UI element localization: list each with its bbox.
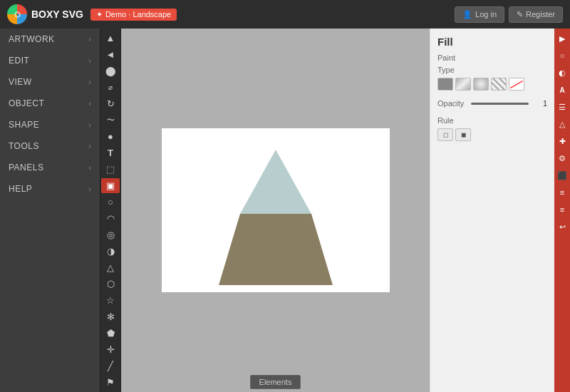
opacity-value: 1 — [533, 99, 547, 108]
demo-star: ✦ — [96, 10, 103, 19]
opacity-row: Opacity 1 — [437, 99, 547, 108]
app-title: BOXY SVG — [31, 9, 83, 20]
triangle-tool[interactable]: △ — [101, 260, 120, 275]
main-layout: Artwork › Edit › View › Object › Shape ›… — [0, 29, 570, 392]
app-logo: ⬡ — [7, 4, 27, 24]
register-button[interactable]: ✎Register — [509, 6, 563, 23]
chevron-icon: › — [88, 185, 91, 193]
paint-label: Paint — [437, 53, 547, 62]
direct-select-tool[interactable]: ◄ — [101, 47, 120, 62]
elements-button[interactable]: Elements — [250, 375, 301, 389]
sidebar-item-panels[interactable]: Panels › — [0, 157, 100, 178]
demo-badge: ✦ Demo · Landscape — [90, 9, 177, 21]
fr-plus-icon[interactable]: ✚ — [555, 133, 569, 149]
select-tool[interactable]: ▲ — [101, 31, 120, 46]
node-tool[interactable]: ⬤ — [101, 63, 120, 78]
type-solid[interactable] — [437, 78, 453, 91]
chevron-icon: › — [88, 36, 91, 43]
fr-undo-icon[interactable]: ↩ — [555, 219, 569, 234]
rule-label: Rule — [437, 116, 547, 125]
type-label: Type — [437, 66, 547, 74]
chevron-icon: › — [88, 143, 91, 150]
auth-buttons: 👤Log in ✎Register — [455, 6, 563, 23]
ellipse-tool[interactable]: ◠ — [101, 211, 120, 226]
mountain-top[interactable] — [240, 150, 311, 214]
text-tool[interactable]: T — [101, 145, 120, 160]
rotate-tool[interactable]: ↻ — [101, 96, 120, 111]
far-right-panel: ▶ ○ ◐ A ☰ △ ✚ ⚙ ⬛ ≡ ≡ ↩ — [554, 29, 570, 392]
sidebar-item-tools[interactable]: Tools › — [0, 135, 100, 157]
chevron-icon: › — [88, 100, 91, 108]
type-swatches — [437, 78, 547, 91]
fr-circle-icon[interactable]: ○ — [555, 48, 569, 63]
arrow-tool[interactable]: ⬟ — [101, 326, 120, 341]
right-panel: Fill Paint Type Opacity 1 Rule ◻ ◼ — [430, 29, 554, 392]
burst-tool[interactable]: ✻ — [101, 309, 120, 324]
fr-half-icon[interactable]: ◐ — [555, 65, 569, 81]
opacity-label: Opacity — [437, 99, 467, 108]
type-pattern[interactable] — [491, 78, 507, 91]
sidebar-item-object[interactable]: Object › — [0, 93, 100, 114]
cross-tool[interactable]: ✛ — [101, 342, 120, 357]
moon-tool[interactable]: ◑ — [101, 244, 120, 259]
fr-gear-icon[interactable]: ⚙ — [555, 150, 569, 166]
canvas-svg — [162, 128, 390, 292]
canvas[interactable] — [162, 128, 390, 292]
fr-chat-icon[interactable]: ☰ — [555, 99, 569, 115]
sidebar-item-view[interactable]: View › — [0, 71, 100, 93]
logo-area: ⬡ BOXY SVG — [7, 4, 83, 24]
type-radial[interactable] — [473, 78, 489, 91]
type-linear[interactable] — [455, 78, 471, 91]
mountain-body[interactable] — [219, 214, 333, 285]
blob-tool[interactable]: ● — [101, 129, 120, 144]
rule-nonzero[interactable]: ◻ — [437, 128, 453, 141]
fr-triangle-icon[interactable]: △ — [555, 116, 569, 132]
type-none[interactable] — [509, 78, 524, 91]
fr-pointer-icon[interactable]: ▶ — [555, 31, 569, 46]
login-button[interactable]: 👤Log in — [455, 6, 504, 23]
frame-tool[interactable]: ⬚ — [101, 162, 120, 177]
opacity-slider[interactable] — [471, 103, 529, 105]
sidebar-item-edit[interactable]: Edit › — [0, 50, 100, 71]
fr-text-icon[interactable]: A — [555, 82, 569, 98]
star-tool[interactable]: ☆ — [101, 293, 120, 308]
sidebar-item-artwork[interactable]: Artwork › — [0, 29, 100, 50]
top-bar: ⬡ BOXY SVG ✦ Demo · Landscape 👤Log in ✎R… — [0, 0, 570, 29]
rule-buttons: ◻ ◼ — [437, 128, 547, 141]
rule-evenodd[interactable]: ◼ — [455, 128, 471, 141]
chevron-icon: › — [88, 57, 91, 65]
rect-tool[interactable]: ▣ — [101, 178, 120, 193]
sidebar-item-help[interactable]: Help › — [0, 178, 100, 200]
ring-tool[interactable]: ◎ — [101, 227, 120, 242]
smooth-tool[interactable]: ⌀ — [101, 80, 120, 95]
pen-tool[interactable]: 〜 — [101, 113, 120, 128]
chevron-icon: › — [88, 164, 91, 172]
fr-list-icon[interactable]: ≡ — [555, 185, 569, 200]
sidebar-item-shape[interactable]: Shape › — [0, 114, 100, 135]
chevron-icon: › — [88, 121, 91, 129]
left-sidebar: Artwork › Edit › View › Object › Shape ›… — [0, 29, 100, 392]
circle-tool[interactable]: ○ — [101, 195, 120, 210]
canvas-area[interactable]: Elements — [121, 29, 430, 392]
line-tool[interactable]: ╱ — [101, 359, 120, 373]
fr-list2-icon[interactable]: ≡ — [555, 202, 569, 217]
polygon-tool[interactable]: ⬡ — [101, 277, 120, 292]
flag-tool[interactable]: ⚑ — [101, 375, 120, 390]
tool-panel: ▲ ◄ ⬤ ⌀ ↻ 〜 ● T ⬚ ▣ ○ ◠ ◎ ◑ △ ⬡ ☆ ✻ ⬟ ✛ … — [100, 29, 121, 392]
fill-title: Fill — [437, 36, 547, 48]
chevron-icon: › — [88, 78, 91, 86]
fr-square-icon[interactable]: ⬛ — [555, 167, 569, 183]
bottom-bar: Elements — [121, 372, 430, 392]
